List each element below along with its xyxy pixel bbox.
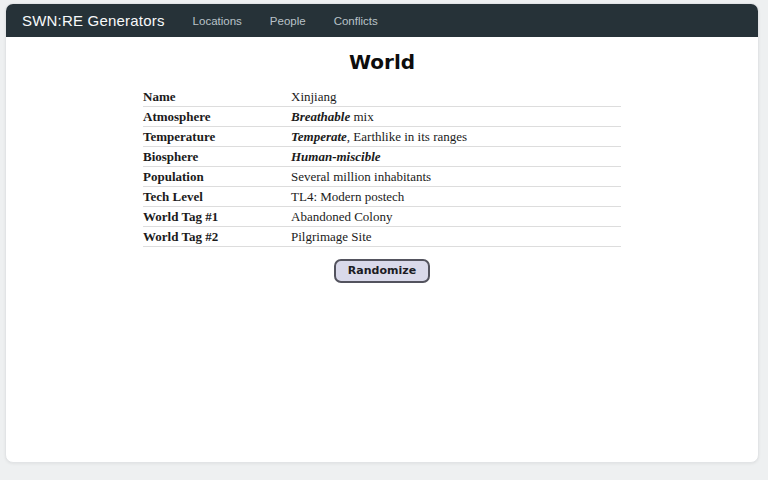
row-label: World Tag #1 — [143, 207, 291, 227]
table-row: Name Xinjiang — [143, 87, 621, 107]
row-label: Population — [143, 167, 291, 187]
top-navbar: SWN:RE Generators Locations People Confl… — [6, 4, 758, 37]
row-value-text: TL4: Modern postech — [291, 189, 404, 204]
row-label: Name — [143, 87, 291, 107]
main-content: World Name Xinjiang Atmosphere Breathabl… — [6, 37, 758, 283]
table-row: Temperature Temperate, Earthlike in its … — [143, 127, 621, 147]
row-value: Several million inhabitants — [291, 167, 621, 187]
row-value: Temperate, Earthlike in its ranges — [291, 127, 621, 147]
row-value: Breathable mix — [291, 107, 621, 127]
table-row: Atmosphere Breathable mix — [143, 107, 621, 127]
row-value: TL4: Modern postech — [291, 187, 621, 207]
row-value-emphasis: Human-miscible — [291, 149, 381, 164]
row-label: Temperature — [143, 127, 291, 147]
table-row: Tech Level TL4: Modern postech — [143, 187, 621, 207]
row-value: Abandoned Colony — [291, 207, 621, 227]
row-label: Biosphere — [143, 147, 291, 167]
row-value-emphasis: Breathable — [291, 109, 350, 124]
row-value: Xinjiang — [291, 87, 621, 107]
table-row: World Tag #1 Abandoned Colony — [143, 207, 621, 227]
row-value: Pilgrimage Site — [291, 227, 621, 247]
app-window: SWN:RE Generators Locations People Confl… — [5, 3, 759, 463]
row-label: Atmosphere — [143, 107, 291, 127]
nav-item-locations[interactable]: Locations — [179, 6, 256, 36]
row-value-text: mix — [350, 109, 373, 124]
row-value-emphasis: Temperate — [291, 129, 347, 144]
row-label: World Tag #2 — [143, 227, 291, 247]
brand-title[interactable]: SWN:RE Generators — [22, 12, 165, 29]
row-label: Tech Level — [143, 187, 291, 207]
row-value-text: Xinjiang — [291, 89, 337, 104]
nav-item-conflicts[interactable]: Conflicts — [320, 6, 392, 36]
row-value-text: Pilgrimage Site — [291, 229, 372, 244]
page-title: World — [6, 50, 758, 74]
row-value-text: Several million inhabitants — [291, 169, 431, 184]
world-attributes-table: Name Xinjiang Atmosphere Breathable mix … — [143, 87, 621, 247]
nav-item-people[interactable]: People — [256, 6, 320, 36]
table-row: Population Several million inhabitants — [143, 167, 621, 187]
randomize-button[interactable]: Randomize — [334, 259, 430, 283]
button-row: Randomize — [6, 259, 758, 283]
table-row: Biosphere Human-miscible — [143, 147, 621, 167]
table-row: World Tag #2 Pilgrimage Site — [143, 227, 621, 247]
row-value-text: , Earthlike in its ranges — [347, 129, 467, 144]
row-value-text: Abandoned Colony — [291, 209, 392, 224]
row-value: Human-miscible — [291, 147, 621, 167]
